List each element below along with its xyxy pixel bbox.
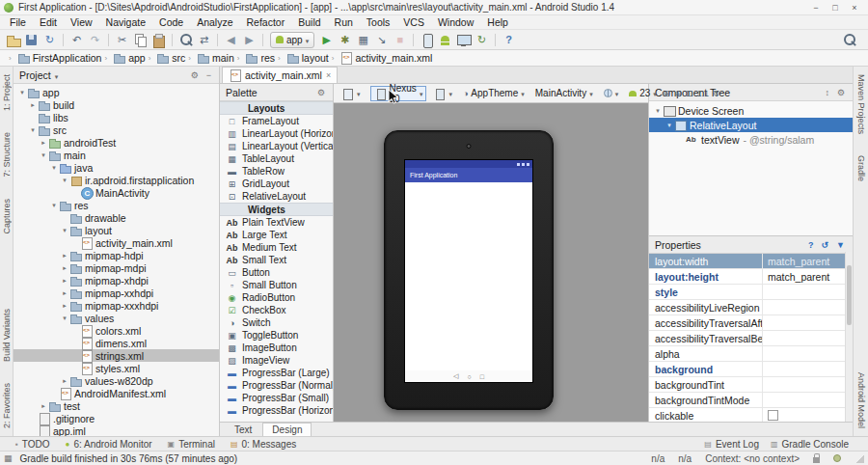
tree-chevron-icon[interactable]: ▸ xyxy=(60,377,69,385)
find-icon[interactable] xyxy=(176,32,195,48)
project-tree-row[interactable]: ▸ androidTest xyxy=(14,136,219,149)
property-row[interactable]: accessibilityTraversalBefc xyxy=(649,331,853,346)
maximize-button[interactable]: □ xyxy=(826,1,845,14)
project-tree-row[interactable]: ▾ ir.apdroid.firstapplication xyxy=(14,174,219,186)
preview-content[interactable] xyxy=(405,182,532,370)
tree-chevron-icon[interactable]: ▸ xyxy=(39,139,48,147)
tool-window-button[interactable]: Captures xyxy=(2,199,12,234)
menu-item[interactable]: File xyxy=(3,16,33,28)
replace-icon[interactable]: ⇄ xyxy=(195,32,213,48)
render-config-dropdown[interactable] xyxy=(338,86,365,101)
component-tree-row[interactable]: textView - @string/salam xyxy=(649,132,853,147)
component-tree-row[interactable]: ▾ RelativeLayout xyxy=(649,118,853,132)
palette-row[interactable]: Ab Medium Text xyxy=(220,241,333,254)
property-row[interactable]: style xyxy=(649,285,853,300)
device-screen-preview[interactable]: First Application ◁ ○ □ xyxy=(404,159,533,383)
property-value[interactable]: match_parent xyxy=(763,256,853,267)
project-tree-row[interactable]: app.iml xyxy=(14,424,219,436)
project-tree-row[interactable]: ▸ mipmap-hdpi xyxy=(14,249,219,261)
coverage-icon[interactable]: ▦ xyxy=(354,32,372,48)
palette-row[interactable]: ▩ ImageButton xyxy=(220,342,333,354)
editor-mode-tab[interactable]: Text xyxy=(226,423,260,436)
refresh-icon[interactable]: ↻ xyxy=(713,89,720,98)
menu-item[interactable]: Analyze xyxy=(190,16,239,28)
locale-dropdown[interactable] xyxy=(600,86,623,101)
palette-row[interactable]: ◑ Switch xyxy=(220,316,333,329)
palette-row[interactable]: Ab Plain TextView xyxy=(220,216,333,229)
palette-row[interactable]: ▫ Small Button xyxy=(220,279,333,291)
palette-row[interactable]: ⊞ GridLayout xyxy=(220,178,333,190)
orientation-dropdown[interactable] xyxy=(429,86,456,101)
help-icon[interactable] xyxy=(500,32,518,48)
palette-row[interactable]: Layouts xyxy=(220,101,333,115)
tool-window-button[interactable]: ▥ Gradle Console xyxy=(771,439,849,450)
breadcrumb[interactable]: › FirstApplication xyxy=(6,52,101,64)
menu-item[interactable]: VCS xyxy=(396,16,431,28)
palette-row[interactable]: Widgets xyxy=(220,203,333,216)
zoom-actual-icon[interactable]: 1:1 xyxy=(696,89,709,98)
project-tree-row[interactable]: ▾ java xyxy=(14,161,219,174)
breadcrumb[interactable]: › layout xyxy=(275,52,329,64)
undo-icon[interactable]: ↶ xyxy=(68,32,86,48)
device-monitor-icon[interactable] xyxy=(454,32,473,48)
open-icon[interactable] xyxy=(4,32,22,48)
project-tree-row[interactable]: drawable xyxy=(14,211,219,224)
property-row[interactable]: backgroundTint xyxy=(649,377,853,393)
palette-row[interactable]: ▤ LinearLayout (Vertical) xyxy=(220,140,333,152)
toolbar-icon[interactable] xyxy=(262,34,263,46)
palette-row[interactable]: ▬ ProgressBar (Normal) xyxy=(220,379,333,392)
toolbar-icon[interactable] xyxy=(495,34,496,46)
back-icon[interactable]: ◀ xyxy=(222,32,240,48)
attach-icon[interactable]: ↘ xyxy=(372,32,391,48)
breadcrumb[interactable]: › res xyxy=(234,52,275,64)
palette-row[interactable]: Ab Large Text xyxy=(220,229,333,241)
menu-item[interactable]: Help xyxy=(480,16,515,28)
property-row[interactable]: backgroundTintMode xyxy=(649,393,853,408)
tree-chevron-icon[interactable]: ▾ xyxy=(39,151,48,159)
lock-icon[interactable] xyxy=(813,457,820,463)
tree-chevron-icon[interactable]: ▾ xyxy=(49,202,59,209)
project-tree-row[interactable]: libs xyxy=(14,111,219,123)
close-button[interactable]: × xyxy=(845,1,864,14)
project-tree-row[interactable]: styles.xml xyxy=(14,362,219,374)
menu-item[interactable]: Build xyxy=(291,16,327,28)
settings-gear-icon[interactable]: ⚙ xyxy=(189,70,201,80)
inspections-profile-icon[interactable] xyxy=(833,454,841,462)
tool-window-button[interactable]: ▣ Terminal xyxy=(168,439,215,450)
project-tree-row[interactable]: ▾ main xyxy=(14,149,219,161)
tool-window-button[interactable]: 1: Project xyxy=(2,74,12,111)
menu-item[interactable]: Code xyxy=(152,16,190,28)
tool-window-button[interactable]: ▤ Event Log xyxy=(704,439,759,450)
project-tree-row[interactable]: ▾ res xyxy=(14,199,219,211)
project-tree-row[interactable]: strings.xml xyxy=(14,349,219,362)
paste-icon[interactable] xyxy=(149,32,168,48)
tree-chevron-icon[interactable]: ▸ xyxy=(60,302,69,310)
palette-row[interactable]: ⊡ RelativeLayout xyxy=(220,190,333,203)
project-tree-row[interactable]: ▾ values xyxy=(14,312,219,324)
settings-gear-icon[interactable]: ⚙ xyxy=(315,88,327,97)
project-tree-row[interactable]: colors.xml xyxy=(14,324,219,337)
tool-window-button[interactable]: ▤ 0: Messages xyxy=(231,439,296,450)
save-icon[interactable] xyxy=(22,32,41,48)
property-row[interactable]: layout:width match_parent xyxy=(649,254,853,269)
palette-row[interactable]: ▬ ProgressBar (Large) xyxy=(220,367,333,379)
project-tree-row[interactable]: .gitignore xyxy=(14,412,219,424)
palette-row[interactable]: ▭ Button xyxy=(220,266,333,279)
project-tree-row[interactable]: ▸ mipmap-xxhdpi xyxy=(14,287,219,299)
settings-gear-icon[interactable]: ⚙ xyxy=(835,88,847,97)
property-value[interactable] xyxy=(763,410,853,421)
tool-window-button[interactable]: Build Variants xyxy=(2,309,12,362)
property-row[interactable]: accessibilityLiveRegion xyxy=(649,300,853,315)
palette-row[interactable]: □ FrameLayout xyxy=(220,115,333,127)
design-surface[interactable]: First Application ◁ ○ □ xyxy=(334,103,648,422)
tree-chevron-icon[interactable]: ▾ xyxy=(60,227,69,234)
toolbar-icon[interactable] xyxy=(172,34,173,46)
chevron-down-icon[interactable] xyxy=(55,69,59,81)
project-tree-row[interactable]: ▾ src xyxy=(14,123,219,136)
copy-icon[interactable] xyxy=(131,32,149,48)
palette-row[interactable]: ▬ ProgressBar (Horizontal) xyxy=(220,404,333,417)
properties-scrollbar[interactable] xyxy=(845,252,853,422)
api-level-dropdown[interactable]: 23 xyxy=(625,86,661,101)
help-icon[interactable]: ? xyxy=(806,240,816,250)
palette-row[interactable]: ☑ CheckBox xyxy=(220,304,333,316)
